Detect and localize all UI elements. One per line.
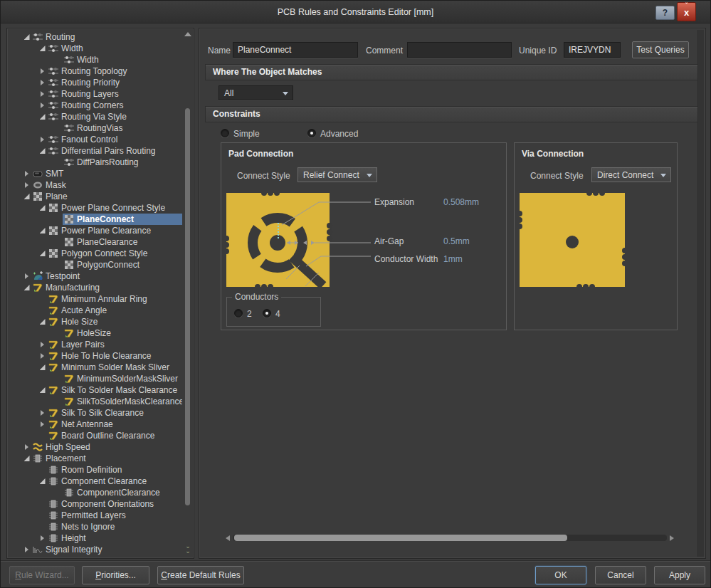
tree-item-label[interactable]: Manufacturing <box>46 283 100 293</box>
tree-item-label[interactable]: PolygonConnect <box>77 260 139 270</box>
ok-button[interactable]: OK <box>535 566 586 584</box>
expand-arrow-icon[interactable] <box>25 444 28 450</box>
tree-item[interactable]: RoutingVias <box>9 122 182 134</box>
tree-item[interactable]: Routing <box>9 31 182 43</box>
help-button[interactable]: ? <box>655 6 675 20</box>
tree-item[interactable]: PlaneClearance <box>9 236 182 248</box>
tree-item-label[interactable]: Silk To Silk Clearance <box>61 408 144 418</box>
tree-item-label[interactable]: Fanout Control <box>61 135 117 145</box>
tree-item-label[interactable]: Room Definition <box>61 465 122 475</box>
collapse-arrow-icon[interactable] <box>40 148 46 154</box>
tree-item[interactable]: Minimum Solder Mask Sliver <box>9 362 182 373</box>
tree-item-label[interactable]: Width <box>61 43 83 53</box>
expand-arrow-icon[interactable] <box>25 171 28 177</box>
tree-item[interactable]: PolygonConnect <box>9 259 182 271</box>
collapse-arrow-icon[interactable] <box>40 46 46 51</box>
tree-item[interactable]: HoleSize <box>9 327 182 339</box>
tree-item-label[interactable]: PlaneConnect <box>77 214 134 224</box>
tree-item-label[interactable]: Silk To Solder Mask Clearance <box>61 385 177 395</box>
expand-arrow-icon[interactable] <box>41 342 44 347</box>
tree-item-label[interactable]: Placement <box>46 453 86 463</box>
create-default-rules-button[interactable]: Create Default Rules <box>157 566 244 584</box>
collapse-arrow-icon[interactable] <box>40 387 46 393</box>
expand-arrow-icon[interactable] <box>41 103 44 108</box>
collapse-arrow-icon[interactable] <box>24 285 30 290</box>
scroll-left-icon[interactable] <box>226 535 230 541</box>
tree-item[interactable]: SilkToSolderMaskClearance <box>9 396 182 407</box>
tree-item[interactable]: Width <box>9 54 182 65</box>
tree-item[interactable]: Polygon Connect Style <box>9 248 182 259</box>
collapse-arrow-icon[interactable] <box>40 478 46 484</box>
expand-arrow-icon[interactable] <box>25 273 28 279</box>
tree-item-label[interactable]: Width <box>77 55 99 65</box>
tree-item[interactable]: DiffPairsRouting <box>9 157 182 168</box>
expand-arrow-icon[interactable] <box>41 421 44 427</box>
tree-item-label[interactable]: PlaneClearance <box>77 237 137 247</box>
tree-item-label[interactable]: Height <box>61 533 86 543</box>
tree-item[interactable]: Width <box>9 43 182 54</box>
tree-item[interactable]: Differential Pairs Routing <box>9 145 182 157</box>
tree-item-label[interactable]: Minimum Annular Ring <box>61 294 147 304</box>
expand-arrow-icon[interactable] <box>41 80 44 85</box>
tree-item-label[interactable]: Net Antennae <box>61 419 113 429</box>
apply-button[interactable]: Apply <box>654 566 705 584</box>
tree-item[interactable]: Manufacturing <box>9 282 182 293</box>
expand-arrow-icon[interactable] <box>41 91 44 97</box>
collapse-arrow-icon[interactable] <box>24 194 30 199</box>
tree-item-label[interactable]: Hole To Hole Clearance <box>61 351 152 361</box>
tree-item[interactable]: Silk To Solder Mask Clearance <box>9 384 182 396</box>
tree-item-label[interactable]: Signal Integrity <box>46 545 102 555</box>
tree-item-label[interactable]: Routing Topology <box>61 66 127 76</box>
tree-item-label[interactable]: Component Orientations <box>61 499 154 509</box>
tree-item-label[interactable]: Routing <box>46 32 75 42</box>
tree-item[interactable]: Component Orientations <box>9 498 182 510</box>
tree-item-label[interactable]: SilkToSolderMaskClearance <box>77 397 182 406</box>
tree-item[interactable]: Hole To Hole Clearance <box>9 350 182 362</box>
name-input[interactable] <box>233 42 358 58</box>
tree-item-label[interactable]: Plane <box>46 191 68 201</box>
tree-item-label[interactable]: Minimum Solder Mask Sliver <box>61 362 169 372</box>
tree-item[interactable]: Room Definition <box>9 464 182 476</box>
tree-item[interactable]: Mask <box>9 179 182 191</box>
tree-item-label[interactable]: Mask <box>46 180 66 190</box>
tree-item-label[interactable]: DiffPairsRouting <box>77 157 138 167</box>
tree-item[interactable]: SMT <box>9 168 182 179</box>
close-button[interactable]: ˇ x <box>677 2 696 21</box>
tree-item[interactable]: Testpoint <box>9 271 182 282</box>
vertical-scrollbar-track[interactable] <box>697 30 704 557</box>
tree-item[interactable]: ComponentClearance <box>9 487 182 498</box>
tree-scrollbar-thumb[interactable] <box>185 108 190 505</box>
collapse-arrow-icon[interactable] <box>40 251 46 256</box>
expand-arrow-icon[interactable] <box>41 353 44 359</box>
tree-item[interactable]: Routing Corners <box>9 100 182 111</box>
collapse-arrow-icon[interactable] <box>40 114 46 120</box>
scroll-down-icon[interactable]: ⌄⌄ <box>184 544 192 554</box>
tree-item[interactable]: Nets to Ignore <box>9 521 182 532</box>
tree-item-label[interactable]: Differential Pairs Routing <box>61 146 156 156</box>
tree-item[interactable]: Hole Size <box>9 316 182 327</box>
tree-item[interactable]: Power Plane Clearance <box>9 225 182 236</box>
tree-item-label[interactable]: High Speed <box>46 442 90 452</box>
expand-arrow-icon[interactable] <box>41 68 44 74</box>
tree-item[interactable]: Minimum Annular Ring <box>9 293 182 305</box>
tree-item-label[interactable]: Hole Size <box>61 317 98 327</box>
tree-item-label[interactable]: Routing Layers <box>61 89 119 99</box>
collapse-arrow-icon[interactable] <box>40 319 46 325</box>
tree-item[interactable]: Signal Integrity <box>9 544 182 555</box>
tree-item-label[interactable]: Component Clearance <box>61 476 147 486</box>
comment-input[interactable] <box>407 42 512 58</box>
expand-arrow-icon[interactable] <box>41 410 44 416</box>
tree-item-label[interactable]: Testpoint <box>46 271 80 281</box>
collapse-arrow-icon[interactable] <box>40 228 46 233</box>
scroll-up-icon[interactable] <box>184 32 191 36</box>
collapse-arrow-icon[interactable] <box>24 456 30 461</box>
scroll-right-icon[interactable] <box>670 535 674 541</box>
expand-arrow-icon[interactable] <box>25 182 28 188</box>
tree-item[interactable]: Routing Priority <box>9 77 182 88</box>
tree-item-label[interactable]: Routing Corners <box>61 100 123 110</box>
tree-item-label[interactable]: ComponentClearance <box>77 488 160 498</box>
collapse-arrow-icon[interactable] <box>40 364 46 370</box>
tree-item[interactable]: Routing Via Style <box>9 111 182 122</box>
unique-id-input[interactable] <box>564 42 621 58</box>
tree-item[interactable]: MinimumSolderMaskSliver <box>9 373 182 384</box>
